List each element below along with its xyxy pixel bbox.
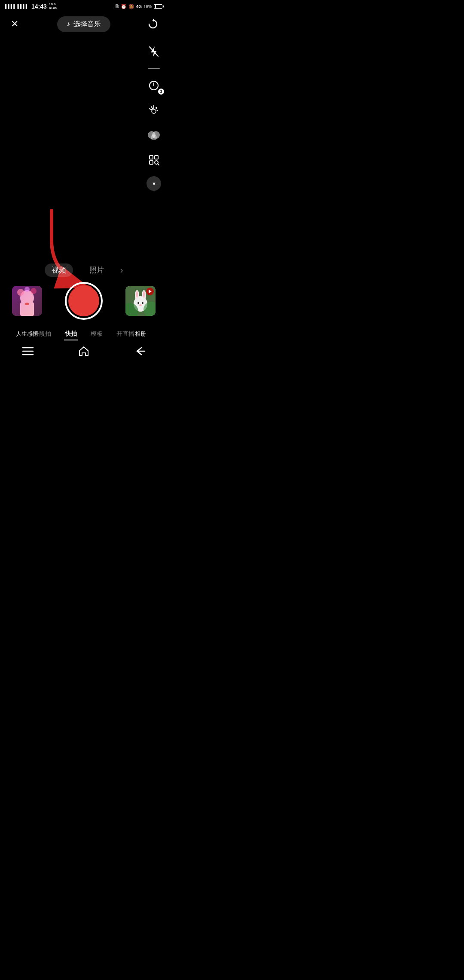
bottom-controls: [0, 282, 168, 320]
svg-line-7: [151, 107, 153, 109]
submode-duanpai[interactable]: 分段拍: [32, 328, 52, 340]
flash-off-icon: [148, 46, 159, 58]
svg-point-34: [143, 291, 145, 298]
sub-mode-bar: 分段拍 快拍 模板 开直播: [0, 328, 168, 340]
status-bar: ▌▌▌▌ ▌▌▌▌ 14:43 18.6 KB/s 𝔹 ⏰ 🔕 4G 18%: [0, 0, 168, 12]
svg-point-25: [17, 289, 24, 296]
svg-point-9: [152, 109, 156, 113]
status-time: 14:43: [31, 3, 47, 10]
svg-point-28: [25, 303, 29, 305]
submode-template[interactable]: 模板: [90, 328, 104, 340]
toolbar-divider: [148, 68, 160, 69]
svg-point-11: [157, 110, 158, 111]
svg-rect-17: [150, 161, 153, 164]
menu-button[interactable]: [19, 344, 37, 358]
bottom-nav: [0, 341, 168, 363]
more-tools-button[interactable]: ▾: [147, 176, 161, 191]
home-icon: [78, 345, 90, 357]
network-signal-1: ▌▌▌▌: [5, 4, 16, 9]
tab-more-icon[interactable]: ›: [120, 265, 123, 275]
battery-icon: [154, 4, 162, 9]
gallery-image: [12, 286, 42, 316]
play-icon: [149, 290, 152, 293]
tab-photo[interactable]: 照片: [86, 263, 107, 277]
record-button-wrap: [65, 282, 103, 320]
select-music-button[interactable]: ♪ 选择音乐: [57, 16, 110, 32]
scan-button[interactable]: [145, 151, 162, 168]
svg-point-36: [142, 302, 143, 304]
flash-button[interactable]: [145, 43, 162, 60]
chevron-down-icon: ▾: [153, 180, 156, 187]
svg-point-35: [137, 302, 139, 304]
beauty-button[interactable]: [145, 101, 162, 119]
filter-button[interactable]: [145, 126, 162, 144]
timer-button[interactable]: 3: [145, 77, 162, 94]
bluetooth-icon: 𝔹: [115, 3, 119, 9]
status-right: 𝔹 ⏰ 🔕 4G 18%: [115, 3, 162, 9]
back-icon: [134, 346, 146, 356]
play-badge: [146, 288, 154, 295]
home-button[interactable]: [75, 344, 92, 358]
music-button-label: 选择音乐: [73, 20, 101, 29]
music-note-icon: ♪: [67, 20, 70, 28]
back-button[interactable]: [131, 344, 148, 358]
svg-point-27: [31, 288, 37, 294]
filter-icon: [147, 130, 160, 140]
close-button[interactable]: ✕: [7, 16, 22, 32]
svg-point-37: [139, 304, 142, 306]
svg-rect-16: [155, 156, 158, 159]
lte-icon: 4G: [136, 4, 142, 9]
gallery-img-svg: [12, 286, 42, 316]
alarm-icon: ⏰: [121, 4, 127, 9]
scan-icon: [148, 154, 160, 166]
right-toolbar: 3 ▾: [145, 43, 162, 191]
status-left: ▌▌▌▌ ▌▌▌▌ 14:43 18.6 KB/s: [5, 3, 57, 10]
beauty-icon: [148, 104, 159, 116]
record-button-outer[interactable]: [65, 282, 103, 320]
svg-line-19: [158, 164, 159, 165]
timer-badge: 3: [158, 89, 164, 95]
battery-pct: 18%: [143, 4, 152, 9]
svg-line-8: [150, 109, 152, 110]
close-icon: ✕: [11, 19, 18, 29]
svg-marker-0: [153, 18, 155, 22]
refresh-icon: [147, 18, 159, 30]
network-signal-2: ▌▌▌▌: [18, 4, 29, 9]
submode-live[interactable]: 开直播: [116, 328, 135, 340]
record-button[interactable]: [68, 285, 99, 316]
svg-point-10: [156, 107, 157, 109]
mode-tabs: 视频 照片 ›: [0, 263, 168, 277]
timer-icon: [148, 80, 159, 91]
gallery-thumbnail[interactable]: [12, 286, 42, 316]
bell-icon: 🔕: [128, 4, 134, 9]
menu-icon: [22, 346, 34, 356]
network-speed: 18.6 KB/s: [49, 3, 57, 10]
submode-kuaipai[interactable]: 快拍: [64, 328, 78, 340]
tab-video[interactable]: 视频: [45, 263, 73, 277]
album-image: [125, 286, 156, 316]
svg-point-26: [24, 287, 30, 292]
svg-rect-15: [150, 156, 153, 159]
top-bar: ✕ ♪ 选择音乐: [0, 12, 168, 36]
svg-point-33: [136, 291, 138, 298]
refresh-camera-button[interactable]: [145, 16, 161, 32]
album-thumbnail[interactable]: [125, 286, 156, 316]
